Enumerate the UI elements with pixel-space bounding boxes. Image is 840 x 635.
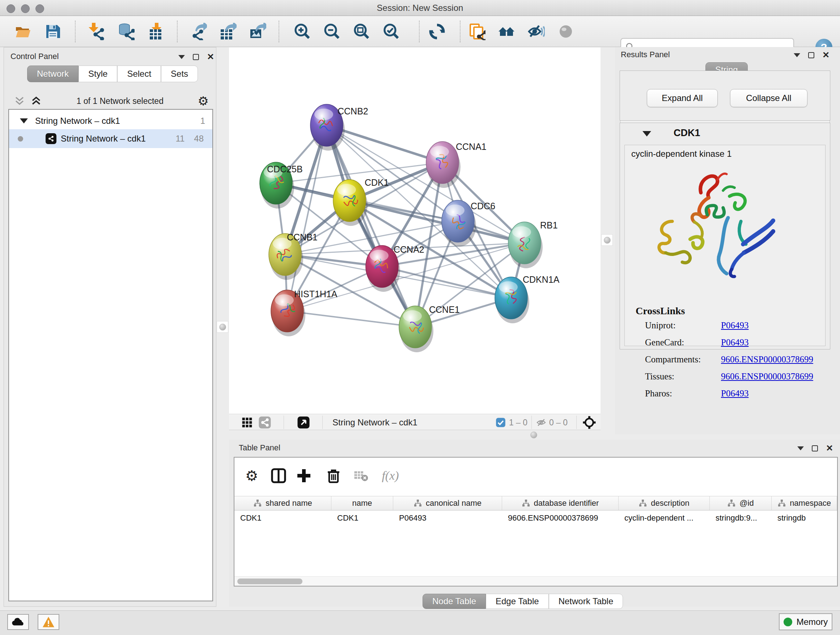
export-image-button[interactable] [248, 21, 268, 42]
close-panel-icon[interactable]: ✕ [822, 51, 829, 59]
toolbar-divider [279, 21, 279, 42]
float-panel-icon[interactable] [808, 52, 814, 58]
warnings-button[interactable] [38, 614, 59, 630]
export-table-button[interactable] [218, 21, 238, 42]
column-header-description[interactable]: description [619, 496, 710, 510]
column-header-name[interactable]: name [332, 496, 393, 510]
section-expander-icon[interactable] [643, 131, 651, 136]
close-panel-icon[interactable]: ✕ [207, 53, 214, 60]
edge-CCNB2-CCNE1[interactable] [327, 125, 415, 327]
node-label-CDK1: CDK1 [365, 177, 389, 187]
memory-button[interactable]: Memory [779, 613, 832, 630]
table-horizontal-scrollbar[interactable] [234, 576, 837, 586]
control-panel-title: Control Panel [11, 52, 58, 61]
column-header-namespace[interactable]: namespace [772, 496, 837, 510]
export-network-button[interactable] [188, 21, 208, 42]
tab-network-table[interactable]: Network Table [549, 594, 623, 609]
table-row[interactable]: CDK1CDK1P064939606.ENSP00000378699cyclin… [234, 510, 837, 526]
expand-all-icon[interactable] [30, 95, 42, 107]
zoom-fit-button[interactable] [352, 21, 372, 42]
crosslink-value[interactable]: P06493 [721, 388, 748, 399]
import-table-icon [147, 23, 164, 40]
open-session-button[interactable] [13, 21, 33, 42]
tab-edge-table[interactable]: Edge Table [486, 594, 549, 609]
table-cell[interactable]: CDK1 [332, 510, 393, 526]
table-cell[interactable]: stringdb:9... [710, 510, 772, 526]
create-column-icon[interactable] [295, 467, 313, 485]
tab-select[interactable]: Select [117, 65, 161, 82]
column-header-canonical-name[interactable]: canonical name [393, 496, 502, 510]
tab-node-table[interactable]: Node Table [423, 594, 486, 609]
crosslink-value[interactable]: 9606.ENSP00000378699 [721, 355, 813, 364]
table-options-gear-icon[interactable]: ⚙ [243, 467, 261, 485]
import-database-button[interactable] [116, 21, 136, 42]
gene-description: cyclin-dependent kinase 1 [631, 149, 732, 159]
tab-style[interactable]: Style [79, 65, 117, 82]
network-row[interactable]: String Network – cdk1 11 48 [9, 129, 212, 148]
title-bar: Session: New Session [0, 0, 840, 16]
toolbar-group [86, 20, 166, 43]
tree-expander-icon[interactable] [20, 119, 28, 124]
table-cell[interactable]: 9606.ENSP00000378699 [502, 510, 619, 526]
float-panel-icon[interactable] [193, 54, 199, 60]
selected-checkbox-icon[interactable] [496, 417, 506, 428]
table-cell[interactable]: cyclin-dependent ... [619, 510, 710, 526]
refresh-icon [428, 23, 446, 40]
right-splitter[interactable] [600, 47, 615, 431]
zoom-in-button[interactable] [292, 21, 313, 42]
crosslink-row: GeneCard: P06493 [645, 337, 819, 348]
table-cell[interactable]: P06493 [393, 510, 502, 526]
left-splitter[interactable] [216, 47, 229, 607]
function-builder-icon: f(x) [378, 467, 403, 485]
node-CCNE1[interactable] [399, 306, 433, 352]
zoom-selected-button[interactable] [381, 21, 401, 42]
network-options-gear-icon[interactable]: ⚙ [198, 94, 209, 108]
zoom-out-button[interactable] [322, 21, 342, 42]
tab-network[interactable]: Network [27, 65, 79, 82]
crosslink-value[interactable]: 9606.ENSP00000378699 [721, 371, 813, 382]
show-columns-icon[interactable] [270, 467, 287, 485]
crosslink-value[interactable]: P06493 [721, 337, 748, 348]
panel-menu-icon[interactable] [794, 53, 800, 57]
string-share-icon[interactable] [258, 416, 271, 429]
scrollbar-thumb[interactable] [237, 578, 302, 584]
column-header-shared-name[interactable]: shared name [234, 496, 332, 510]
import-table-button[interactable] [145, 21, 166, 42]
network-view-canvas[interactable]: CCNB2CCNA1CDC25BCDK1CDC6RB1CCNB1CCNA2CDK… [229, 48, 600, 414]
expand-all-button[interactable]: Expand All [647, 89, 718, 107]
float-panel-icon[interactable] [812, 445, 818, 451]
column-header-@id[interactable]: @id [710, 496, 772, 510]
tab-sets[interactable]: Sets [161, 65, 198, 82]
column-label: shared name [265, 499, 312, 508]
delete-column-trash-icon[interactable] [325, 467, 342, 485]
birdseye-view-icon[interactable] [241, 417, 253, 428]
collapse-all-button[interactable]: Collapse All [730, 89, 807, 107]
crosslink-value[interactable]: P06493 [721, 320, 748, 331]
collapse-all-icon[interactable] [13, 95, 26, 107]
table-type-tabs: Node TableEdge TableNetwork Table [423, 594, 623, 609]
home-icon [498, 23, 515, 40]
hide-selected-button[interactable] [526, 21, 546, 42]
panel-menu-icon[interactable] [178, 55, 185, 59]
close-panel-icon[interactable]: ✕ [826, 445, 833, 452]
column-header-database-identifier[interactable]: database identifier [502, 496, 619, 510]
gene-name: CDK1 [674, 127, 700, 139]
node-RB1[interactable] [508, 222, 543, 268]
crosslink-label: GeneCard: [645, 337, 721, 348]
save-session-button[interactable] [43, 21, 63, 42]
show-all-button[interactable] [556, 21, 576, 42]
panel-menu-icon[interactable] [797, 447, 804, 450]
table-cell[interactable]: stringdb [772, 510, 837, 526]
fit-selected-crosshair-icon[interactable] [582, 415, 597, 430]
table-cell[interactable]: CDK1 [234, 510, 332, 526]
cloud-button[interactable] [7, 614, 29, 630]
import-network-button[interactable] [86, 21, 106, 42]
node-count: 11 [175, 134, 185, 144]
home-button[interactable] [496, 21, 516, 42]
crosslink-row: Tissues: 9606.ENSP00000378699 [645, 371, 819, 382]
refresh-button[interactable] [427, 21, 447, 42]
edge-HIST1H1A-CCNE1[interactable] [287, 311, 415, 327]
network-collection-row[interactable]: String Network – cdk1 1 [9, 112, 212, 129]
clone-network-button[interactable] [467, 21, 487, 42]
open-in-window-icon[interactable] [297, 416, 310, 429]
